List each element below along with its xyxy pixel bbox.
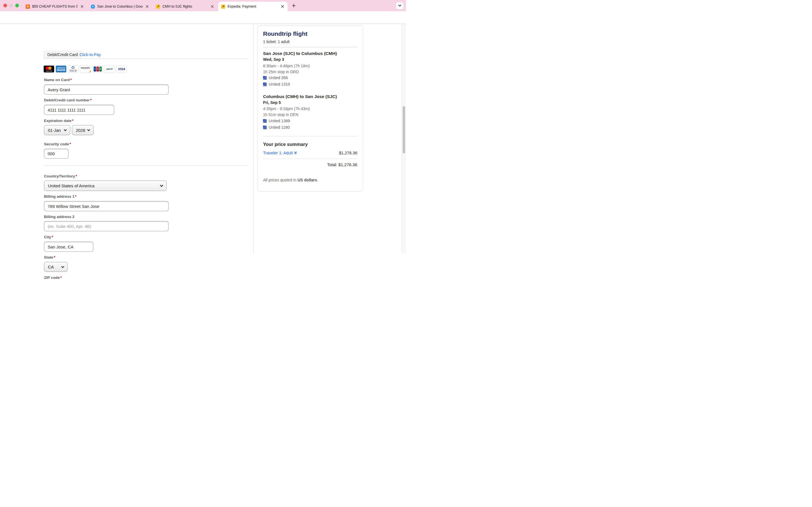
page-scrollbar-thumb[interactable] (403, 106, 405, 154)
summary-divider (263, 136, 358, 136)
google-flights-favicon: ✈ (91, 4, 95, 9)
close-tab-icon[interactable] (210, 4, 214, 9)
price-summary-heading: Your price summary (263, 142, 308, 147)
traveler-breakdown-link[interactable]: Traveler 1: Adult (263, 151, 297, 155)
leg-date: Wed, Sep 3 (263, 57, 284, 62)
visa-icon: VISA (116, 65, 127, 73)
zoom-window-button[interactable] (15, 4, 19, 7)
flight-number: United 356 (269, 75, 288, 80)
flight-row: United 1180 (263, 125, 290, 129)
summary-title: Roundtrip flight (263, 31, 307, 37)
billing-address-2-input[interactable] (44, 221, 168, 231)
country-value: United States of America (48, 183, 94, 188)
leg-stop: 1h 25m stop in ORD (263, 69, 299, 74)
billing-address-1-label: Billing address 1* (44, 194, 77, 199)
city-input[interactable] (44, 242, 93, 252)
double-chevron-down-icon (294, 152, 297, 155)
tab-title: CMH to SJC flights (162, 4, 208, 8)
section-divider (43, 165, 248, 166)
leg-route: San Jose (SJC) to Columbus (CMH) (263, 51, 337, 56)
close-tab-icon[interactable] (80, 4, 84, 9)
chevron-down-icon (160, 184, 163, 187)
diners-club-icon: Diners Club INTERNATIONAL (68, 65, 79, 73)
tab-title: Expedia: Payment (227, 4, 278, 8)
traveler-amount: $1,276.36 (339, 151, 357, 155)
expiration-month-select[interactable]: 01-Jan (44, 125, 70, 135)
leg-times: 4:35pm - 9:18pm (7h 43m) (263, 107, 310, 111)
flight-row: United 1389 (263, 119, 290, 123)
flight-number: United 1180 (269, 125, 290, 129)
kayak-favicon: K (26, 4, 30, 9)
tab-label: Debit/Credit Card (47, 52, 78, 57)
united-airlines-logo (263, 76, 267, 80)
chevron-down-icon (87, 129, 90, 131)
leg-times: 6:30am - 4:48pm (7h 18m) (263, 64, 310, 68)
summary-divider (263, 159, 358, 159)
chevron-down-icon (398, 4, 402, 7)
country-select[interactable]: United States of America (44, 180, 167, 191)
tab-debit-credit-card[interactable]: Debit/Credit Card (43, 50, 82, 59)
amex-icon: AMERICAN EXPRESS (56, 65, 66, 73)
trip-summary-card: Roundtrip flight 1 ticket: 1 adult San J… (257, 25, 363, 191)
discover-icon: DISCOVER NETWORK (80, 65, 91, 73)
flight-number: United 1310 (269, 82, 290, 87)
mastercard-icon: mastercard (43, 65, 54, 73)
tab-cmh-sjc[interactable]: ↗ CMH to SJC flights (153, 2, 217, 11)
summary-subtitle: 1 ticket: 1 adult (263, 40, 290, 44)
tab-google-flights[interactable]: ✈ San Jose to Columbus | Goog (88, 2, 152, 11)
tab-kayak[interactable]: K $55 CHEAP FLIGHTS from Sa (23, 2, 87, 11)
billing-address-1-input[interactable] (44, 201, 168, 211)
section-divider (43, 59, 248, 59)
card-number-label: Debit/Credit card number* (44, 98, 92, 102)
tab-click-to-pay[interactable]: Click-to-Pay (80, 50, 101, 59)
united-airlines-logo (263, 82, 267, 86)
close-window-button[interactable] (3, 4, 7, 7)
expedia-favicon: ↗ (156, 4, 160, 9)
tab-search-button[interactable] (396, 2, 403, 9)
leg-route: Columbus (CMH) to San Jose (SJC) (263, 94, 337, 99)
united-airlines-logo (263, 126, 267, 129)
country-label: Country/Territory* (44, 174, 77, 178)
close-tab-icon[interactable] (280, 4, 285, 9)
flight-row: United 356 (263, 75, 288, 80)
united-airlines-logo (263, 119, 267, 123)
tab-title: $55 CHEAP FLIGHTS from Sa (32, 4, 78, 8)
expiration-month-value: 01-Jan (48, 128, 61, 133)
name-on-card-label: Name on Card* (44, 78, 72, 82)
expedia-favicon: ↗ (221, 4, 225, 9)
uatp-icon: UATP (104, 65, 115, 73)
name-on-card-input[interactable] (44, 84, 168, 95)
jcb-icon: J C B (92, 65, 103, 73)
minimize-window-button[interactable] (9, 4, 13, 7)
leg-date: Fri, Sep 5 (263, 100, 281, 105)
security-code-input[interactable] (44, 149, 68, 159)
close-tab-icon[interactable] (145, 4, 149, 9)
tab-label: Click-to-Pay (80, 52, 101, 57)
new-tab-button[interactable] (292, 3, 296, 9)
leg-stop: 1h 51m stop in DEN (263, 112, 298, 117)
browser-toolbar: expedia.com/Checkout/V1/FlightCheckout?t… (0, 11, 406, 24)
expiration-date-label: Expiration date* (44, 119, 73, 123)
billing-address-2-label: Billing address 2 (44, 215, 74, 219)
expiration-year-value: 2028 (76, 128, 85, 133)
tab-expedia-payment-active[interactable]: ↗ Expedia: Payment (218, 2, 288, 11)
tab-separator (152, 4, 153, 8)
total-amount: Total: $1,276.36 (327, 162, 357, 167)
currency-footnote: All prices quoted in US dollars. (263, 178, 318, 182)
summary-divider (263, 47, 358, 47)
flight-number: United 1389 (269, 119, 290, 123)
tab-title: San Jose to Columbus | Goog (97, 4, 143, 8)
expiration-year-select[interactable]: 2028 (72, 125, 94, 135)
traveler-label: Traveler 1: Adult (263, 151, 293, 155)
flight-row: United 1310 (263, 82, 290, 87)
chevron-down-icon (64, 129, 67, 131)
card-number-input[interactable] (44, 105, 114, 115)
security-code-label: Security code* (44, 142, 71, 146)
city-label: City* (44, 235, 53, 239)
tab-strip: K $55 CHEAP FLIGHTS from Sa ✈ San Jose t… (0, 0, 406, 11)
